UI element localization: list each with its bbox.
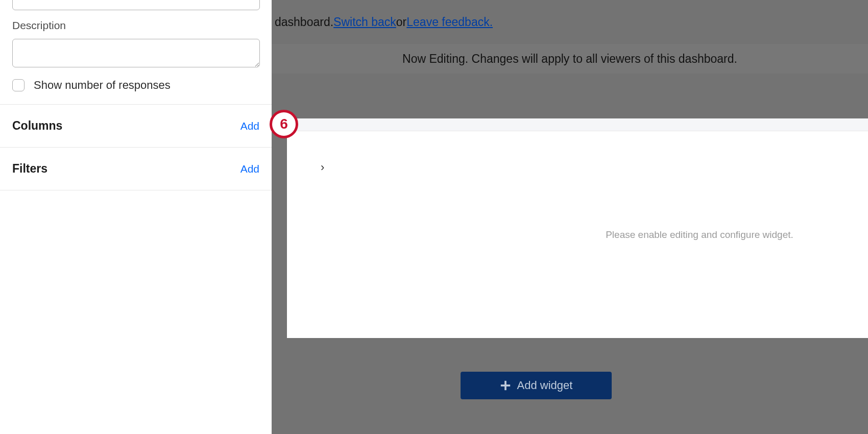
filters-section-title: Filters [12,162,47,176]
description-textarea[interactable] [12,39,260,67]
description-label: Description [12,19,259,32]
columns-section-title: Columns [12,119,62,133]
card-header-strip [287,118,868,131]
overlay-or: or [396,15,406,29]
add-widget-button[interactable]: Add widget [461,372,612,399]
title-input[interactable] [12,0,260,10]
overlay-top-banner: dashboard. Switch back or Leave feedback… [272,0,868,44]
step-number: 6 [280,116,288,132]
switch-back-link[interactable]: Switch back [333,15,396,29]
filters-add-link[interactable]: Add [240,163,259,175]
chevron-right-icon[interactable]: › [321,161,324,174]
config-sidebar: Description Show number of responses Col… [0,0,272,434]
show-responses-label: Show number of responses [34,79,171,92]
tutorial-step-marker: 6 [270,110,298,138]
show-responses-checkbox[interactable] [12,79,25,91]
columns-add-link[interactable]: Add [240,120,259,132]
widget-placeholder-text: Please enable editing and configure widg… [287,229,868,240]
editing-notice-text: Now Editing. Changes will apply to all v… [402,52,737,66]
svg-rect-1 [500,384,510,387]
plus-icon [500,380,511,391]
add-widget-label: Add widget [517,379,573,392]
leave-feedback-link[interactable]: Leave feedback. [406,15,493,29]
overlay-dim: dashboard. Switch back or Leave feedback… [272,0,868,434]
editing-notice-banner: Now Editing. Changes will apply to all v… [272,44,868,74]
widget-card: › Please enable editing and configure wi… [287,131,868,338]
overlay-top-prefix: dashboard. [275,15,333,29]
